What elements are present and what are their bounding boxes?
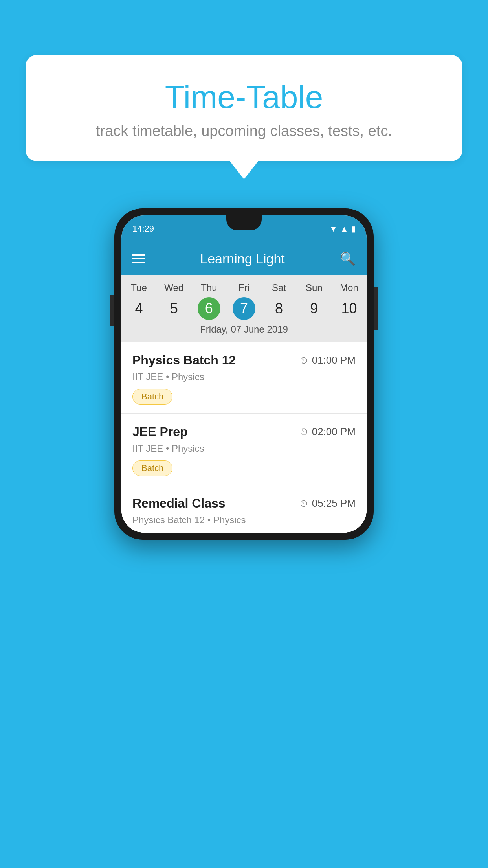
clock-icon-2: ⏲: [299, 427, 309, 438]
phone-outer: 14:29 ▼ ▲ ▮ Learning Light 🔍: [114, 208, 374, 540]
schedule-item-2-time: ⏲ 02:00 PM: [299, 426, 356, 438]
status-time: 14:29: [132, 224, 154, 234]
schedule-item-3-name: Remedial Class: [132, 496, 226, 511]
hamburger-menu-button[interactable]: [132, 254, 145, 263]
clock-icon-3: ⏲: [299, 498, 309, 509]
battery-icon: ▮: [351, 224, 356, 234]
schedule-item-3-time-text: 05:25 PM: [312, 497, 356, 509]
speech-bubble-container: Time-Table track timetable, upcoming cla…: [26, 55, 462, 179]
app-title: Learning Light: [200, 251, 285, 267]
status-icons: ▼ ▲ ▮: [329, 224, 356, 234]
schedule-item-2-meta: IIT JEE • Physics: [132, 443, 356, 454]
day-header-mon: Mon: [332, 282, 367, 293]
selected-date: Friday, 07 June 2019: [121, 324, 367, 338]
day-9[interactable]: 9: [303, 297, 325, 320]
day-header-sun: Sun: [297, 282, 332, 293]
day-8[interactable]: 8: [268, 297, 290, 320]
day-6-today[interactable]: 6: [198, 297, 220, 320]
phone-mockup: 14:29 ▼ ▲ ▮ Learning Light 🔍: [114, 208, 374, 540]
schedule-item-2[interactable]: JEE Prep ⏲ 02:00 PM IIT JEE • Physics Ba…: [121, 414, 367, 485]
day-10[interactable]: 10: [338, 297, 360, 320]
status-bar: 14:29 ▼ ▲ ▮: [121, 215, 367, 242]
batch-badge-2: Batch: [132, 460, 172, 476]
app-bar: Learning Light 🔍: [121, 242, 367, 275]
schedule-list: Physics Batch 12 ⏲ 01:00 PM IIT JEE • Ph…: [121, 342, 367, 533]
schedule-item-1-time: ⏲ 01:00 PM: [299, 354, 356, 366]
day-7-selected[interactable]: 7: [233, 297, 255, 320]
schedule-item-2-time-text: 02:00 PM: [312, 426, 356, 438]
schedule-item-3-meta: Physics Batch 12 • Physics: [132, 515, 356, 526]
day-4[interactable]: 4: [128, 297, 150, 320]
schedule-item-1[interactable]: Physics Batch 12 ⏲ 01:00 PM IIT JEE • Ph…: [121, 342, 367, 414]
schedule-item-2-header: JEE Prep ⏲ 02:00 PM: [132, 425, 356, 439]
calendar-strip: Tue Wed Thu Fri Sat Sun Mon 4 5 6 7 8 9 …: [121, 275, 367, 342]
day-header-wed: Wed: [156, 282, 191, 293]
schedule-item-3-header: Remedial Class ⏲ 05:25 PM: [132, 496, 356, 511]
day-headers: Tue Wed Thu Fri Sat Sun Mon: [121, 282, 367, 293]
day-header-sat: Sat: [262, 282, 297, 293]
day-header-thu: Thu: [191, 282, 226, 293]
speech-bubble-pointer: [230, 161, 258, 179]
schedule-item-1-meta: IIT JEE • Physics: [132, 371, 356, 383]
batch-badge-1: Batch: [132, 389, 172, 405]
hero-title: Time-Table: [53, 79, 435, 116]
schedule-item-2-name: JEE Prep: [132, 425, 188, 439]
speech-bubble: Time-Table track timetable, upcoming cla…: [26, 55, 462, 161]
schedule-item-1-time-text: 01:00 PM: [312, 354, 356, 366]
hero-subtitle: track timetable, upcoming classes, tests…: [53, 123, 435, 140]
schedule-item-1-header: Physics Batch 12 ⏲ 01:00 PM: [132, 353, 356, 368]
schedule-item-3[interactable]: Remedial Class ⏲ 05:25 PM Physics Batch …: [121, 485, 367, 533]
day-header-tue: Tue: [121, 282, 156, 293]
schedule-item-3-time: ⏲ 05:25 PM: [299, 497, 356, 509]
day-header-fri: Fri: [226, 282, 261, 293]
signal-icon: ▲: [340, 224, 348, 234]
day-numbers: 4 5 6 7 8 9 10: [121, 297, 367, 320]
clock-icon-1: ⏲: [299, 355, 309, 366]
day-5[interactable]: 5: [163, 297, 185, 320]
wifi-icon: ▼: [329, 224, 337, 234]
search-button[interactable]: 🔍: [340, 251, 356, 266]
phone-screen: 14:29 ▼ ▲ ▮ Learning Light 🔍: [121, 215, 367, 533]
schedule-item-1-name: Physics Batch 12: [132, 353, 236, 368]
